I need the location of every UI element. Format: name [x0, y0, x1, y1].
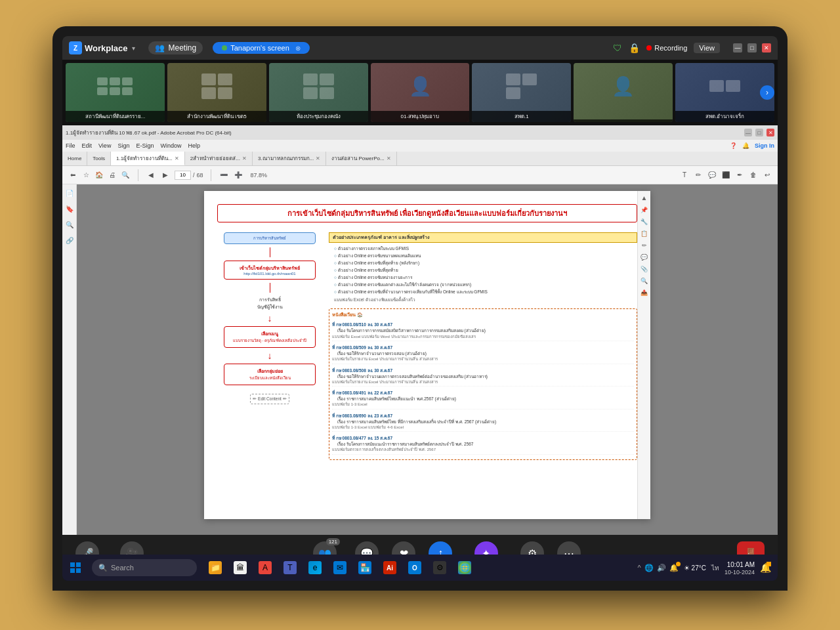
flow-arrow-2: ↓: [268, 351, 272, 360]
thumb-people-3: [269, 63, 368, 109]
pdf-bullet-1: ตัวอย่างการตรวจสภาพในระบบ GFMIS: [334, 245, 637, 251]
pdf-tab-home[interactable]: Home: [62, 152, 87, 165]
pdf-sidebar-search[interactable]: 🔍: [64, 219, 75, 230]
pdf-item-1-num: ที่ กษ 0803.08/510 ลง. 30 ส.ค.67: [332, 322, 392, 327]
pdf-nav-prev[interactable]: ◀: [146, 170, 156, 180]
video-thumb-6[interactable]: 👤: [574, 63, 673, 122]
taskbar-app-mail[interactable]: ✉: [328, 556, 352, 579]
pdf-tab-main-close[interactable]: ✕: [175, 156, 179, 161]
taskbar-app-acrobat[interactable]: A: [253, 556, 277, 579]
close-button[interactable]: ✕: [762, 43, 771, 52]
tray-speaker-icon[interactable]: 🔊: [657, 564, 666, 572]
settings-icon: ⚙: [433, 561, 446, 574]
pdf-signin[interactable]: Sign In: [755, 142, 774, 149]
thumbnails-next-arrow[interactable]: ›: [760, 85, 774, 100]
pdf-tool-print[interactable]: 🖨: [107, 170, 117, 180]
zoom-brand-dropdown[interactable]: ▾: [132, 45, 135, 52]
laptop-body: Z Workplace ▾ 👥 Meeting Tanaporn's scree…: [52, 26, 788, 591]
pdf-right-icon-4[interactable]: ✏: [642, 242, 647, 249]
pdf-menu-file[interactable]: File: [66, 142, 75, 149]
screen-share-close[interactable]: ⊗: [295, 45, 301, 52]
pdf-right-icon-3[interactable]: 📋: [640, 230, 648, 237]
pdf-tool-star[interactable]: ☆: [81, 170, 91, 180]
taskbar-app-thai[interactable]: 🏛: [228, 556, 252, 579]
taskbar-notification-area[interactable]: 🔔: [760, 562, 771, 574]
pdf-tool-annotate[interactable]: ✏: [693, 170, 704, 180]
video-thumb-2[interactable]: สำนักงานพัฒนาที่ดิน เขต5: [167, 63, 266, 122]
pdf-right-icon-7[interactable]: 🔍: [640, 278, 648, 284]
pdf-zoom-in-btn[interactable]: ➕: [233, 170, 243, 180]
pdf-restore[interactable]: □: [755, 129, 763, 136]
pdf-right-icon-2[interactable]: 🔧: [640, 219, 648, 225]
pdf-sidebar-link[interactable]: 🔗: [64, 235, 75, 245]
pdf-tab-4[interactable]: งานส่อสาน PowerPo... ✕: [326, 152, 396, 165]
taskbar-app-edge[interactable]: e: [303, 556, 327, 579]
taskbar-search[interactable]: 🔍 Search: [92, 559, 197, 576]
pdf-nav-next[interactable]: ▶: [160, 170, 171, 180]
video-thumb-4[interactable]: 👤 01-สพนุ.ปทุมอาบ: [371, 63, 470, 122]
pdf-notification-icon[interactable]: 🔔: [742, 142, 749, 149]
tray-notification-icon[interactable]: 🔔: [669, 564, 679, 572]
pdf-zoom-out-btn[interactable]: ➖: [219, 170, 229, 180]
taskbar-app-explorer[interactable]: 📁: [203, 556, 227, 579]
pdf-tool-home[interactable]: 🏠: [94, 170, 104, 180]
pdf-tool-stamp[interactable]: ⬛: [721, 170, 731, 180]
maximize-button[interactable]: □: [747, 43, 757, 52]
taskbar-app-teams[interactable]: T: [278, 556, 302, 579]
pdf-right-scroll-up[interactable]: ▲: [641, 194, 648, 201]
pdf-right-icon-6[interactable]: 📎: [640, 266, 648, 272]
taskbar-app-adobe2[interactable]: Ai: [378, 556, 402, 579]
pdf-menu-esign[interactable]: E-Sign: [136, 142, 154, 149]
taskbar-app-outlook[interactable]: O: [403, 556, 427, 579]
video-thumb-3[interactable]: ห้องประชุมกองคณัง: [269, 63, 368, 122]
pdf-tab-4-close[interactable]: ✕: [387, 156, 391, 161]
pdf-tab-main[interactable]: 1.1ผู้จัดทำรายงานที่ดิน... ✕: [111, 152, 185, 165]
pdf-sidebar-bookmark[interactable]: 🔖: [64, 203, 75, 214]
pdf-right-icon-5[interactable]: 💬: [640, 254, 648, 261]
pdf-menu-sign[interactable]: Sign: [117, 142, 129, 149]
flow-box-3: เลือกกลุ่มย่อย ระเบียบและหนังสือเวียน: [224, 364, 316, 385]
svg-rect-0: [70, 562, 75, 567]
pdf-tool-back[interactable]: ⬅: [68, 170, 78, 180]
pdf-sidebar-pages[interactable]: 📄: [64, 188, 75, 198]
pdf-help-icon[interactable]: ❓: [730, 142, 737, 149]
tray-expand[interactable]: ^: [637, 564, 640, 572]
pdf-tool-delete[interactable]: 🗑: [748, 170, 759, 180]
pdf-viewer: 1.1ผู้จัดทำรายงานที่ดิน 10 พย.67 ok.pdf …: [62, 125, 778, 535]
pdf-minimize[interactable]: —: [744, 129, 752, 136]
pdf-right-icon-8[interactable]: 📤: [640, 289, 648, 296]
pdf-right-icon-1[interactable]: 📌: [640, 207, 648, 213]
pdf-tab-3-close[interactable]: ✕: [316, 156, 320, 161]
pdf-tool-signature[interactable]: ✒: [734, 170, 745, 180]
pdf-tool-text-select[interactable]: T: [679, 170, 690, 180]
view-button[interactable]: View: [694, 43, 720, 53]
taskbar-app-chrome[interactable]: 🌐: [453, 556, 476, 579]
pdf-tab-2-close[interactable]: ✕: [242, 156, 247, 161]
taskbar-app-store[interactable]: 🏪: [353, 556, 377, 579]
pdf-menu-edit[interactable]: Edit: [82, 142, 93, 149]
pdf-menu-help[interactable]: Help: [188, 142, 200, 149]
pdf-tab-2[interactable]: 2สำหนำท่ายย่อยตส่... ✕: [185, 152, 253, 165]
start-button[interactable]: [62, 555, 89, 581]
pdf-menu-view[interactable]: View: [98, 142, 111, 149]
pdf-item-6-files: แบบฟอร์มตรวจการสงเสร็จตกลงสินทรัพย์ประจำ…: [332, 447, 634, 452]
video-thumb-1[interactable]: สถานีพัฒนาที่ดินนครราย...: [66, 63, 165, 122]
pdf-tool-comment[interactable]: 💬: [707, 170, 717, 180]
pdf-page-input[interactable]: [175, 171, 191, 180]
pdf-menu-window[interactable]: Window: [160, 142, 181, 149]
pdf-tool-zoom-out[interactable]: 🔍: [120, 170, 131, 180]
svg-rect-1: [76, 562, 81, 567]
pdf-tab-3[interactable]: 3.ณามาหลกณภกรรมก... ✕: [253, 152, 326, 165]
pdf-tab-tools[interactable]: Tools: [87, 152, 111, 165]
pdf-close[interactable]: ✕: [766, 129, 774, 136]
minimize-button[interactable]: —: [733, 43, 742, 52]
pdf-bullet-2: ตัวอย่าง Online ตรวจซัมขนานทดแทนเดิมแทน: [334, 253, 637, 259]
notification-dot: [676, 562, 681, 566]
screen-share-tab[interactable]: Tanaporn's screen ⊗: [213, 42, 310, 54]
taskbar-app-settings[interactable]: ⚙: [428, 556, 452, 579]
pdf-tabs: Home Tools 1.1ผู้จัดทำรายงานที่ดิน... ✕ …: [62, 152, 778, 166]
pdf-tool-undo[interactable]: ↩: [762, 170, 772, 180]
pdf-content-area[interactable]: การเข้าเว็บไซด์กลุ่มบริหารสินทรัพย์ เพื่…: [77, 184, 778, 535]
video-thumb-5[interactable]: สพด.1: [472, 63, 571, 122]
meeting-button[interactable]: 👥 Meeting: [148, 41, 203, 54]
